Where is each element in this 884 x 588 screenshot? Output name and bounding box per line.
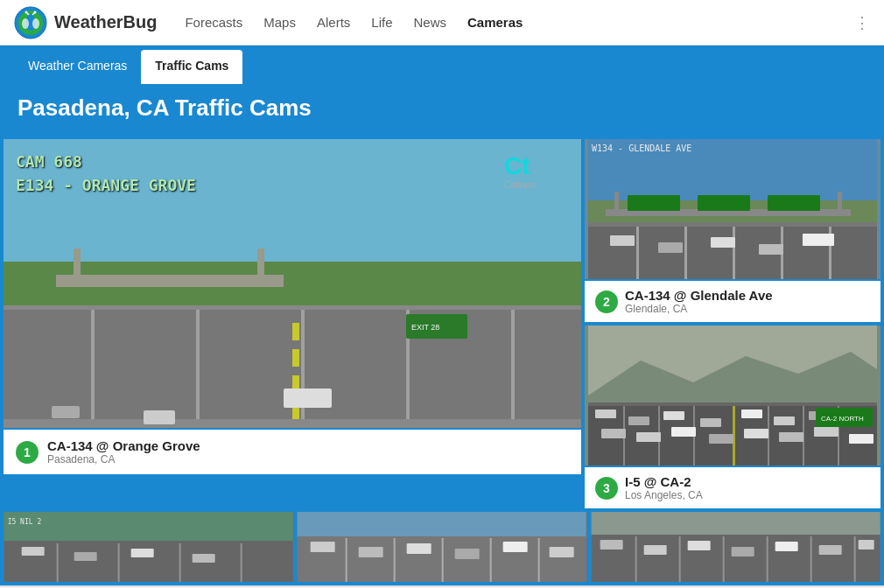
cam-3-image[interactable]: CA-2 NORTH [585, 326, 880, 466]
svg-point-8 [22, 18, 29, 29]
cam-bottom-3[interactable] [591, 512, 880, 582]
cam-bottom-2-scene [297, 512, 586, 582]
svg-rect-90 [241, 543, 242, 582]
svg-rect-87 [57, 543, 59, 582]
svg-rect-88 [118, 543, 120, 582]
svg-rect-77 [671, 427, 696, 437]
svg-text:Caltrans: Caltrans [504, 180, 537, 190]
cam-3-info: 3 I-5 @ CA-2 Los Angeles, CA [585, 466, 880, 508]
svg-rect-104 [359, 547, 383, 557]
svg-rect-85 [4, 512, 293, 542]
svg-rect-105 [407, 543, 431, 554]
cam-3-title: I-5 @ CA-2 [625, 474, 703, 489]
more-icon[interactable]: ⋮ [854, 13, 870, 32]
svg-rect-99 [394, 538, 396, 582]
logo-icon [14, 6, 47, 39]
svg-rect-115 [810, 536, 811, 582]
logo-text: WeatherBug [54, 12, 157, 32]
svg-rect-117 [600, 540, 622, 550]
nav-maps[interactable]: Maps [263, 15, 296, 30]
svg-rect-26 [144, 410, 175, 424]
svg-rect-30 [284, 388, 332, 408]
svg-rect-122 [818, 545, 841, 555]
svg-rect-39 [636, 227, 639, 279]
header-right: ⋮ [852, 13, 870, 32]
tab-traffic-cams[interactable]: Traffic Cams [141, 50, 242, 84]
svg-rect-70 [700, 418, 721, 427]
svg-rect-41 [733, 227, 735, 279]
cam-logo-ct: Ct Caltrans [502, 148, 572, 192]
nav-forecasts[interactable]: Forecasts [185, 15, 242, 30]
cam-primary-image[interactable]: EXIT 28 CAM 668 E134 - ORANGE GROVE Ct C… [4, 139, 581, 428]
cam-primary[interactable]: EXIT 28 CAM 668 E134 - ORANGE GROVE Ct C… [4, 139, 581, 508]
cam-2-title: CA-134 @ Glendale Ave [625, 288, 773, 303]
svg-rect-86 [4, 541, 293, 582]
cam-secondary: W134 - GLENDALE AVE 2 CA-134 @ Glendale … [585, 139, 880, 508]
svg-rect-25 [257, 248, 264, 287]
svg-rect-40 [684, 227, 687, 279]
svg-rect-119 [687, 541, 710, 550]
cam-1-details: CA-134 @ Orange Grove Pasadena, CA [47, 438, 200, 466]
svg-rect-103 [311, 542, 335, 552]
header: WeatherBug Forecasts Maps Alerts Life Ne… [0, 0, 884, 46]
svg-rect-46 [838, 192, 842, 216]
svg-rect-24 [74, 248, 81, 287]
nav-alerts[interactable]: Alerts [317, 15, 350, 30]
svg-text:EXIT 28: EXIT 28 [411, 323, 439, 332]
cam-2-details: CA-134 @ Glendale Ave Glendale, CA [625, 288, 773, 315]
svg-rect-54 [803, 234, 834, 246]
cam-card-3[interactable]: CA-2 NORTH 3 I-5 @ CA-2 Los Angeles, CA [585, 326, 880, 508]
svg-rect-123 [858, 540, 873, 550]
svg-rect-108 [550, 547, 574, 557]
svg-rect-20 [292, 349, 299, 367]
svg-point-7 [34, 10, 37, 13]
svg-rect-76 [636, 432, 661, 442]
svg-rect-100 [442, 538, 444, 582]
cam-bottom-1[interactable]: I5 NIL 2 [4, 512, 293, 582]
nav-news[interactable]: News [414, 15, 447, 30]
cam-road-label: E134 - ORANGE GROVE [16, 173, 196, 197]
nav-life[interactable]: Life [371, 15, 392, 30]
logo-area[interactable]: WeatherBug [14, 6, 157, 39]
svg-rect-116 [853, 536, 855, 582]
svg-rect-18 [511, 310, 515, 419]
svg-rect-45 [614, 192, 619, 216]
tab-weather-cameras[interactable]: Weather Cameras [14, 50, 141, 84]
svg-rect-23 [56, 275, 284, 287]
svg-point-6 [25, 10, 28, 13]
svg-rect-75 [601, 429, 626, 438]
svg-text:Ct: Ct [504, 152, 530, 179]
svg-rect-47 [628, 195, 680, 211]
svg-rect-118 [643, 545, 666, 555]
svg-rect-71 [741, 410, 762, 418]
svg-rect-109 [591, 512, 880, 536]
svg-rect-89 [179, 543, 181, 582]
svg-rect-101 [490, 538, 492, 582]
cam-2-image[interactable]: W134 - GLENDALE AVE [585, 139, 880, 279]
svg-rect-106 [455, 549, 480, 559]
svg-rect-94 [193, 554, 215, 563]
main-content: EXIT 28 CAM 668 E134 - ORANGE GROVE Ct C… [0, 136, 884, 512]
svg-rect-114 [766, 536, 768, 582]
svg-rect-120 [731, 547, 754, 556]
svg-rect-102 [538, 538, 540, 582]
svg-rect-50 [610, 235, 635, 246]
cam-id-label: CAM 668 [16, 150, 196, 173]
svg-rect-69 [663, 411, 684, 420]
cam-1-location: Pasadena, CA [47, 453, 200, 466]
svg-rect-82 [849, 434, 873, 444]
nav-cameras[interactable]: Cameras [467, 15, 523, 30]
svg-rect-53 [759, 244, 783, 255]
cam-bottom-2[interactable] [297, 512, 586, 582]
svg-rect-121 [775, 542, 797, 551]
cam-2-badge: 2 [595, 290, 618, 313]
sub-nav: Weather Cameras Traffic Cams [0, 46, 884, 84]
cam-overlay-text: CAM 668 E134 - ORANGE GROVE [16, 150, 196, 197]
cam-3-location: Los Angeles, CA [625, 489, 703, 501]
svg-rect-51 [658, 242, 683, 253]
svg-rect-92 [74, 552, 97, 561]
cam-1-badge: 1 [16, 441, 39, 464]
cam-2-info: 2 CA-134 @ Glendale Ave Glendale, CA [585, 279, 880, 322]
cam-card-2[interactable]: W134 - GLENDALE AVE 2 CA-134 @ Glendale … [585, 139, 880, 322]
svg-rect-67 [595, 410, 616, 418]
